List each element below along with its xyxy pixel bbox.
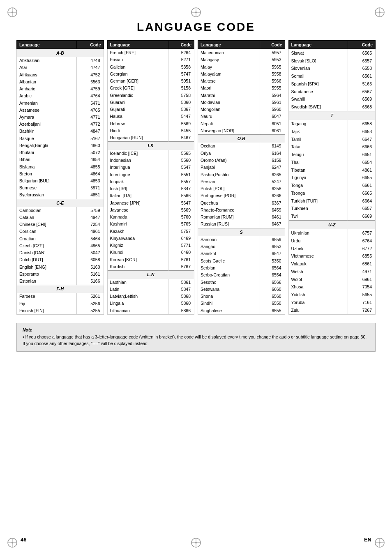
section-label: O-R — [198, 135, 285, 143]
language-code: 5955 — [260, 85, 285, 92]
table-row: Danish [DAN]5047 — [17, 249, 104, 256]
language-name: Xhosa — [288, 283, 348, 291]
language-name: Spanish [SPA] — [288, 80, 348, 88]
language-code: 5264 — [168, 49, 194, 56]
language-code: 5964 — [260, 92, 285, 99]
table-row: Scots Gaelic5350 — [198, 258, 285, 265]
col2-header-code: Code — [168, 41, 194, 49]
language-code: 6664 — [348, 197, 376, 205]
language-code: 5271 — [168, 56, 194, 63]
language-code: 5165 — [348, 80, 376, 88]
table-row: Interlingue5551 — [107, 171, 194, 178]
table-row: Laothian5861 — [107, 279, 194, 286]
table-row: Kashmiri5765 — [107, 221, 194, 228]
table-row: Sesotho6566 — [198, 279, 285, 286]
language-name: Malayalam — [198, 71, 260, 78]
language-code: 5471 — [76, 100, 104, 107]
language-code: 5072 — [76, 149, 104, 156]
language-code: 5965 — [260, 64, 285, 71]
section-label: A-B — [17, 49, 104, 57]
table-row: Rhaeto-Romance6459 — [198, 207, 285, 214]
section-header-row: F-H — [17, 285, 104, 293]
language-code: 4851 — [76, 191, 104, 199]
language-code: 6566 — [260, 279, 285, 286]
table-row: Lingala5860 — [107, 300, 194, 307]
table-row: Maori5955 — [198, 85, 285, 92]
language-code: 5551 — [168, 171, 194, 178]
language-code: 5953 — [260, 56, 285, 63]
table-row: Urdu6764 — [288, 237, 376, 245]
table-row: Somali6561 — [288, 72, 376, 80]
language-code: 6564 — [260, 265, 285, 272]
table-row: Kurdish5767 — [107, 263, 194, 271]
language-name: Portuguese [POR] — [198, 192, 260, 199]
language-name: Sanskrit — [198, 250, 260, 257]
language-name: Inupiak — [107, 178, 168, 185]
table-row: Malayalam5958 — [198, 71, 285, 78]
table-row: Singhalese6555 — [198, 307, 285, 315]
language-name: Corsican — [17, 228, 77, 235]
language-name: Urdu — [288, 237, 348, 245]
language-name: Faroese — [17, 293, 77, 300]
table-row: Finnish [FIN]5255 — [17, 307, 104, 315]
language-code: 5960 — [260, 106, 285, 113]
language-name: Gujarati — [107, 106, 168, 113]
language-code: 5051 — [168, 78, 194, 85]
language-name: Ukrainian — [288, 229, 348, 237]
language-name: Greenlandic — [107, 92, 168, 99]
table-row: Cambodian5759 — [17, 207, 104, 214]
language-name: Bhutani — [17, 149, 77, 156]
language-name: Sangho — [198, 243, 260, 250]
table-row: Assamese4765 — [17, 107, 104, 114]
language-name: Nauru — [198, 113, 260, 120]
note-title: Note — [23, 327, 369, 332]
language-code: 5771 — [168, 242, 194, 249]
language-code: 6560 — [260, 293, 285, 300]
language-name: Tajik — [288, 128, 348, 136]
language-code: 5161 — [76, 271, 104, 278]
language-name: Danish [DAN] — [17, 249, 77, 256]
language-name: Bengali;Bangla — [17, 142, 77, 149]
language-name: Slovak [SLO] — [288, 57, 348, 65]
section-label: F-H — [17, 285, 104, 293]
language-code: 7254 — [76, 221, 104, 228]
section-header-row: O-R — [198, 135, 285, 143]
language-name: Korean [KOR] — [107, 256, 168, 263]
language-code: 6547 — [260, 250, 285, 257]
table-row: Polish [POL]6258 — [198, 185, 285, 192]
language-code: 6266 — [260, 192, 285, 199]
language-code: 5358 — [168, 64, 194, 71]
language-code: 6559 — [260, 236, 285, 243]
table-row: Serbian6564 — [198, 265, 285, 272]
table-row: Portuguese [POR]6266 — [198, 192, 285, 199]
table-row: Kannada5760 — [107, 214, 194, 221]
table-row: Faroese5261 — [17, 293, 104, 300]
language-name: Swedish [SWE] — [288, 103, 348, 111]
table-row: Indonesian5560 — [107, 157, 194, 164]
table-row: Tigrinya6655 — [288, 174, 376, 182]
language-name: Basque — [17, 135, 77, 142]
language-name: Nepali — [198, 120, 260, 127]
table-row: Shona6560 — [198, 293, 285, 300]
table-row: Malay5965 — [198, 64, 285, 71]
language-code: 5957 — [260, 49, 285, 56]
table-row: Kazakh5757 — [107, 228, 194, 235]
table-row: French [FRE]5264 — [107, 49, 194, 56]
table-row: Estonian5166 — [17, 278, 104, 285]
language-name: Mongolian — [198, 106, 260, 113]
language-code: 5860 — [168, 300, 194, 307]
language-name: Georgian — [107, 71, 168, 78]
language-code: 6669 — [348, 212, 376, 220]
language-code: 5961 — [260, 99, 285, 106]
language-name: Frisian — [107, 56, 168, 63]
language-code: 4854 — [76, 156, 104, 163]
language-code: 5759 — [76, 207, 104, 214]
language-name: Cambodian — [17, 207, 77, 214]
language-name: Serbo-Croatian — [198, 272, 260, 279]
language-name: Lithuanian — [107, 307, 168, 315]
language-name: Latin — [107, 286, 168, 293]
table-row: Bashkir4847 — [17, 128, 104, 135]
language-name: Somali — [288, 72, 348, 80]
note-text: • If you choose a language that has a 3-… — [23, 334, 369, 347]
table-row: Oriya6164 — [198, 150, 285, 157]
